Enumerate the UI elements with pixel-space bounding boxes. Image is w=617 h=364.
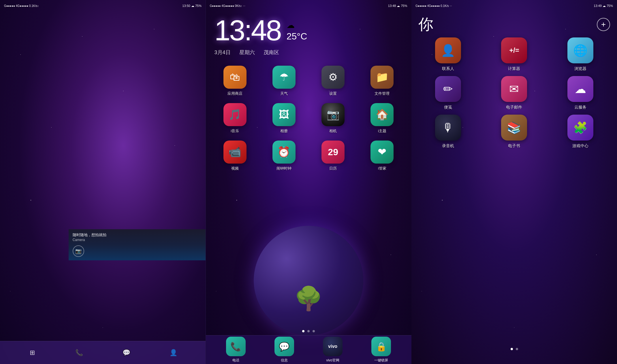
panel2-weather: ☁ 25°C: [287, 16, 307, 42]
panel2-date-row: 3月4日 星期六 茂南区: [215, 49, 279, 56]
video-app-label: 视频: [231, 166, 239, 171]
dock-sms-label: 信息: [281, 358, 288, 363]
itheme-icon: 🏠: [370, 103, 394, 126]
panel3-title: 你: [418, 14, 433, 35]
p3-browser-label: 浏览器: [574, 66, 586, 71]
bottom-sms-icon[interactable]: 💬: [121, 347, 132, 359]
panel1-status-bar: G●●●●● 4G●●●●● 0.1K/s↕ 13:50 ☁ 75%: [0, 0, 206, 12]
p3-recorder-icon: 🎙: [435, 115, 461, 141]
dock-phone-label: 电话: [232, 358, 239, 363]
settings-app-icon: ⚙: [321, 66, 345, 89]
p3-app-ebook[interactable]: 📚 电子书: [484, 115, 545, 149]
dock-lock-icon: 🔒: [371, 337, 391, 356]
app-item-video[interactable]: 📹 视频: [212, 138, 258, 173]
bottom-windows-icon[interactable]: ⊞: [27, 347, 38, 359]
app-item-imusic[interactable]: 🎵 i音乐: [212, 101, 258, 136]
panel1-stars: [0, 0, 206, 364]
app-item-weather[interactable]: ☂ 天气: [261, 63, 307, 98]
panel2-clock-area: 13:48 ☁ 25°C: [215, 16, 307, 45]
weather-temp: 25°C: [287, 31, 307, 42]
dock-vivo-label: vivo官网: [326, 358, 339, 363]
imusic-icon: 🎵: [223, 103, 247, 126]
panel1-status-left: G●●●●● 4G●●●●● 0.1K/s↕: [4, 4, 39, 7]
app-item-alarm[interactable]: ⏰ 闹钟时钟: [261, 138, 307, 173]
calendar-app2-icon: 29: [321, 141, 345, 164]
store-label: 应用商店: [227, 91, 242, 96]
panel1-status-right: 13:50 ☁ 75%: [182, 4, 202, 8]
panel2-clock-time: 13:48: [215, 16, 281, 45]
panel3-header: 你 +: [418, 14, 610, 35]
camera-app-label: 相机: [329, 128, 337, 134]
planet-shape: [254, 226, 363, 335]
p3-app-calc[interactable]: +/= 计算器: [484, 37, 545, 71]
app-item-itheme[interactable]: 🏠 i主题: [359, 101, 405, 136]
panel2-page-dots: [302, 330, 315, 332]
settings-app-label: 设置: [329, 91, 337, 96]
dock-phone[interactable]: 📞 电话: [226, 337, 246, 363]
panel3-add-button[interactable]: +: [597, 18, 610, 31]
dot-1: [302, 330, 304, 332]
imanager-label: i管家: [378, 166, 386, 171]
p3-app-cloud[interactable]: ☁ 云服务: [550, 76, 611, 110]
dot-3: [313, 330, 315, 332]
p3-contacts-icon: 👤: [435, 37, 461, 63]
app-item-settings[interactable]: ⚙ 设置: [310, 63, 356, 98]
dock-vivo[interactable]: vivo vivo官网: [323, 337, 343, 363]
bottom-phone-icon[interactable]: 📞: [74, 347, 85, 359]
date-md: 3月4日: [215, 49, 231, 56]
p3-app-browser[interactable]: 🌐 浏览器: [550, 37, 611, 71]
files-label: 文件管理: [375, 91, 390, 96]
signal-text: G●●●●● 4G●●●●● 0.1K/s↕: [4, 4, 39, 7]
p3-games-icon: 🧩: [567, 115, 593, 141]
p3-cloud-icon: ☁: [567, 76, 593, 102]
dock-lock[interactable]: 🔒 一键锁屏: [371, 337, 391, 363]
p3-calc-label: 计算器: [508, 66, 520, 71]
bottom-contacts-icon[interactable]: 👤: [168, 347, 179, 359]
p3-signal: G●●●●● 4G●●●●● 0.1K/s ···: [415, 4, 452, 7]
app-item-camera[interactable]: 📷 相机: [310, 101, 356, 136]
alarm-icon: ⏰: [272, 141, 296, 164]
weather-icon: ☁: [287, 20, 295, 30]
p3-contacts-label: 联系人: [442, 66, 454, 71]
panel2-app-grid: 🛍 应用商店 ☂ 天气 ⚙ 设置 📁 文件管理 🎵 i音乐 🖼 相册 📷 相机: [212, 63, 406, 173]
camera-preview: 随时随地，想拍就拍 Camera 📷: [69, 229, 206, 260]
p3-calc-icon: +/=: [501, 37, 527, 63]
app-item-files[interactable]: 📁 文件管理: [359, 63, 405, 98]
p3-app-recorder[interactable]: 🎙 录音机: [417, 115, 479, 149]
panel2-status-bar: G●●●●● 4G●●●●● 0K/s↕ ··· 13:48 ☁ 75%: [206, 0, 411, 12]
panel3-status-bar: G●●●●● 4G●●●●● 0.1K/s ··· 13:49 ☁ 75%: [411, 0, 617, 12]
panel-3: G●●●●● 4G●●●●● 0.1K/s ··· 13:49 ☁ 75% 你 …: [411, 0, 617, 364]
p3-notes-label: 便笺: [444, 105, 452, 110]
p3-app-notes[interactable]: ✏ 便笺: [417, 76, 479, 110]
p3-time-small: 13:49 ☁ 75%: [594, 4, 613, 8]
p3-app-games[interactable]: 🧩 游戏中心: [550, 115, 611, 149]
album-icon: 🖼: [272, 103, 296, 126]
album-label: 相册: [280, 128, 288, 134]
dock-sms[interactable]: 💬 信息: [274, 337, 294, 363]
p3-app-contacts[interactable]: 👤 联系人: [417, 37, 479, 71]
panel3-app-grid: 👤 联系人 +/= 计算器 🌐 浏览器 ✏ 便笺 ✉ 电子邮件 ☁ 云服务 🎙 …: [417, 37, 611, 149]
p3-notes-icon: ✏: [435, 76, 461, 102]
panel1-bottom-nav: ⊞ 📞 💬 👤: [0, 341, 206, 364]
calendar-app2-label: 日历: [329, 166, 337, 171]
panel3-status-right: 13:49 ☁ 75%: [594, 4, 613, 8]
imanager-icon: ❤: [370, 141, 394, 164]
app-item-album[interactable]: 🖼 相册: [261, 101, 307, 136]
dock-sms-icon: 💬: [274, 337, 294, 356]
panel3-page-dots: [511, 348, 518, 350]
app-item-calendar[interactable]: 29 日历: [310, 138, 356, 173]
camera-app-icon: 📷: [321, 103, 345, 126]
p3-email-icon: ✉: [501, 76, 527, 102]
time-small: 13:50 ☁ 75%: [182, 4, 202, 8]
date-weekday: 星期六: [239, 49, 255, 56]
p3-games-label: 游戏中心: [572, 143, 588, 149]
p3-app-email[interactable]: ✉ 电子邮件: [484, 76, 545, 110]
app-item-store[interactable]: 🛍 应用商店: [212, 63, 258, 98]
app-item-imanager[interactable]: ❤ i管家: [359, 138, 405, 173]
panel2-planet: 🌳: [236, 220, 381, 335]
p3-ebook-label: 电子书: [508, 143, 520, 149]
p3-dot-2: [516, 348, 518, 350]
p3-cloud-label: 云服务: [574, 105, 586, 110]
app-cell-camera[interactable]: 随时随地，想拍就拍 Camera 📷: [69, 229, 206, 260]
panel-1: G●●●●● 4G●●●●● 0.1K/s↕ 13:50 ☁ 75% 13:50…: [0, 0, 206, 364]
